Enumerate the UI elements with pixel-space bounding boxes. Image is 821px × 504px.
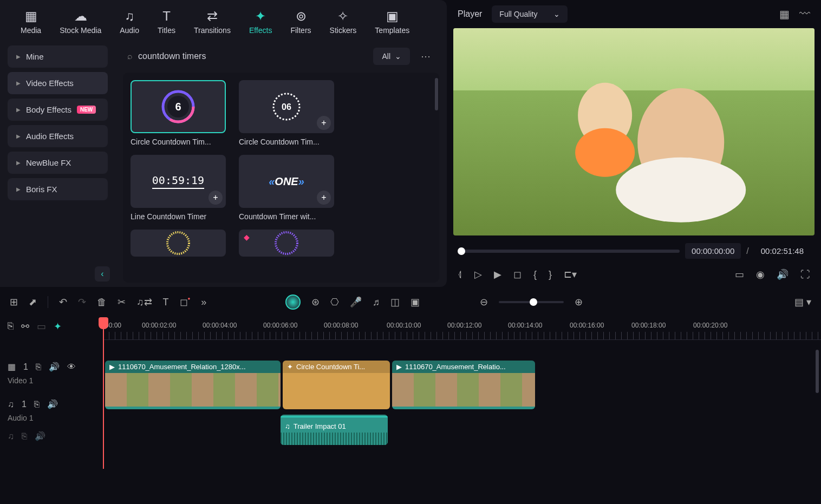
mark-out-icon[interactable]: } (549, 269, 552, 280)
sidebar-item-video-effects[interactable]: ▶Video Effects (8, 72, 108, 94)
effect-card: «ONE» + Countdown Timer wit... (239, 155, 334, 221)
audio-mix-icon[interactable]: ♬ (373, 297, 380, 308)
scopes-icon[interactable]: 〰 (799, 8, 810, 21)
duplicate-icon[interactable]: ⎘ (8, 320, 14, 332)
clip-name: 1110670_Amusement_Relation_1280x... (118, 363, 246, 371)
text-tool-icon[interactable]: T (163, 297, 169, 308)
tab-transitions[interactable]: ⇄Transitions (190, 6, 235, 37)
filter-dropdown[interactable]: All⌄ (373, 48, 410, 65)
effect-thumbnail[interactable]: «ONE» + (239, 155, 334, 208)
grid-view-icon[interactable]: ▦ (779, 8, 790, 21)
sidebar-item-boris-fx[interactable]: ▶Boris FX (8, 178, 108, 200)
redo-icon[interactable]: ↷ (78, 296, 86, 308)
crop-icon[interactable]: ⊏▾ (564, 269, 577, 280)
play-pause-icon[interactable]: ▷ (474, 269, 482, 280)
tab-templates[interactable]: ▣Templates (370, 6, 414, 37)
sidebar-item-newblue-fx[interactable]: ▶NewBlue FX (8, 152, 108, 174)
sidebar-item-audio-effects[interactable]: ▶Audio Effects (8, 125, 108, 147)
tab-media[interactable]: ▦Media (16, 6, 45, 37)
add-effect-button[interactable]: + (317, 116, 331, 130)
video-track[interactable]: ▶1110670_Amusement_Relation_1280x... ✦Ci… (103, 361, 821, 410)
lock-icon[interactable]: ⎘ (34, 400, 40, 409)
tab-stock-media[interactable]: ☁Stock Media (55, 6, 106, 37)
more-options-button[interactable]: ⋯ (416, 48, 435, 64)
audio-track[interactable]: ♫Trailer Impact 01 (103, 415, 821, 447)
voiceover-icon[interactable]: 🎤 (350, 296, 362, 308)
mark-in-icon[interactable]: { (533, 269, 537, 280)
add-effect-button[interactable]: + (208, 191, 223, 205)
quality-dropdown[interactable]: Full Quality⌄ (492, 5, 568, 23)
chevron-right-icon: ▶ (16, 80, 21, 86)
nav-tabs: ▦Media ☁Stock Media ♫Audio TTitles ⇄Tran… (0, 0, 447, 41)
snapshot-icon[interactable]: ◉ (756, 269, 765, 280)
audio-clip[interactable]: ♫Trailer Impact 01 (281, 415, 388, 445)
marker-icon[interactable]: ⎔ (330, 296, 339, 308)
playback-scrubber[interactable] (458, 250, 680, 253)
play-icon[interactable]: ▶ (494, 269, 501, 280)
zoom-slider-head[interactable] (530, 298, 537, 306)
zoom-slider[interactable] (499, 301, 564, 303)
scrubber-head[interactable] (458, 247, 465, 255)
prev-frame-icon[interactable]: ⦉ (458, 269, 462, 280)
clip-type-icon: ▶ (109, 363, 115, 371)
scrollbar[interactable] (435, 78, 438, 110)
video-clip[interactable]: ▶1110670_Amusement_Relatio... (392, 361, 535, 409)
volume-icon[interactable]: 🔊 (777, 269, 789, 280)
tab-stickers[interactable]: ✧Stickers (325, 6, 361, 37)
display-icon[interactable]: ▭ (735, 269, 744, 280)
sidebar-item-mine[interactable]: ▶Mine (8, 45, 108, 68)
playhead-handle[interactable] (99, 317, 108, 329)
video-track-icon: ▦ (8, 362, 16, 372)
effect-thumbnail[interactable]: 06 + (239, 80, 334, 133)
grid-tool-icon[interactable]: ⊞ (10, 296, 18, 308)
video-preview[interactable] (453, 28, 815, 235)
mute-icon[interactable]: 🔊 (49, 362, 60, 372)
effect-thumbnail[interactable]: 00:59:19 + (131, 155, 226, 208)
search-input[interactable] (138, 51, 367, 61)
fullscreen-icon[interactable]: ⛶ (800, 269, 810, 280)
chevron-right-icon: ▶ (16, 107, 21, 113)
crop-tool-icon[interactable]: ◻● (180, 296, 191, 308)
collapse-sidebar-button[interactable]: ‹ (95, 266, 110, 282)
zoom-in-icon[interactable]: ⊕ (575, 296, 583, 308)
group-icon[interactable]: ▭ (37, 320, 46, 332)
speed-icon[interactable]: ♫⇄ (136, 296, 152, 308)
time-separator: / (746, 246, 748, 256)
keyframe-icon[interactable]: ▣ (410, 296, 420, 308)
delete-icon[interactable]: 🗑 (97, 297, 107, 308)
mute-icon[interactable]: 🔊 (35, 431, 45, 441)
tab-effects[interactable]: ✦Effects (245, 6, 277, 37)
effect-thumbnail[interactable]: ◆ (239, 230, 334, 257)
zoom-out-icon[interactable]: ⊖ (480, 296, 488, 308)
stop-icon[interactable]: ◻ (513, 269, 522, 280)
track-view-icon[interactable]: ▤ ▾ (794, 296, 811, 308)
add-effect-button[interactable]: + (317, 191, 331, 205)
link-icon[interactable]: ⚯ (21, 320, 29, 332)
timeline-ruler[interactable]: 00:00 00:00:02:00 00:00:04:00 00:00:06:0… (103, 317, 821, 340)
adjust-icon[interactable]: ◫ (390, 296, 400, 308)
effect-thumbnail[interactable] (131, 230, 226, 257)
more-tools-icon[interactable]: » (201, 297, 206, 308)
video-clip[interactable]: ▶1110670_Amusement_Relation_1280x... (105, 361, 281, 409)
lock-icon[interactable]: ⎘ (36, 362, 41, 372)
cut-icon[interactable]: ✂ (118, 296, 126, 308)
playhead[interactable] (103, 317, 104, 469)
plus-icon: + (321, 118, 326, 128)
sidebar-item-body-effects[interactable]: ▶Body EffectsNEW (8, 99, 108, 121)
render-icon[interactable]: ⊛ (311, 296, 320, 308)
tab-audio[interactable]: ♫Audio (115, 6, 144, 37)
pointer-tool-icon[interactable]: ⬈ (29, 296, 37, 308)
magnet-icon[interactable]: ✦ (54, 320, 62, 332)
tab-titles[interactable]: TTitles (153, 6, 180, 37)
tab-filters[interactable]: ⊚Filters (286, 6, 315, 37)
undo-icon[interactable]: ↶ (59, 296, 67, 308)
visibility-icon[interactable]: 👁 (67, 362, 76, 372)
svg-point-9 (616, 158, 746, 222)
sidebar-item-label: Body Effects (26, 105, 71, 114)
ai-assistant-button[interactable] (285, 294, 301, 310)
effect-thumbnail[interactable]: 6 (131, 80, 226, 133)
lock-icon[interactable]: ⎘ (22, 431, 27, 441)
svg-point-7 (276, 232, 297, 254)
mute-icon[interactable]: 🔊 (47, 399, 58, 409)
effect-clip[interactable]: ✦Circle Countdown Ti... (283, 361, 390, 409)
